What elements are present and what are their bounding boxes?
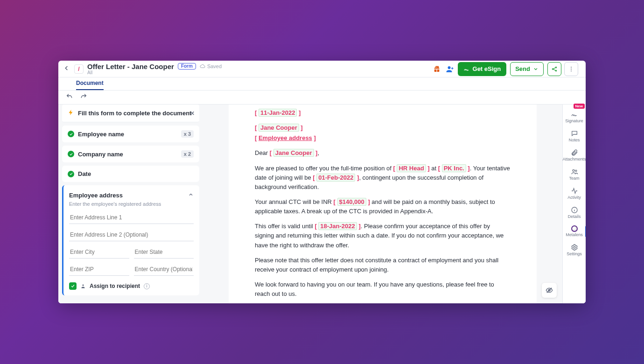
token-join-date[interactable]: 01-Feb-2022 bbox=[316, 174, 355, 182]
collapse-button[interactable] bbox=[188, 191, 194, 199]
get-esign-label: Get eSign bbox=[473, 65, 501, 72]
greeting-prefix: Dear bbox=[255, 149, 270, 156]
toolbar bbox=[58, 91, 586, 105]
rail-activity[interactable]: Activity bbox=[563, 184, 586, 203]
body-text: We are pleased to offer you the full-tim… bbox=[255, 165, 393, 172]
dots-vertical-icon bbox=[568, 66, 574, 72]
chevron-down-icon bbox=[533, 66, 539, 72]
rail-notes[interactable]: Notes bbox=[563, 126, 586, 146]
paperclip-icon bbox=[571, 149, 578, 156]
rail-attachments[interactable]: Attachments bbox=[563, 146, 586, 165]
more-menu-button[interactable] bbox=[564, 62, 578, 76]
redo-button[interactable] bbox=[80, 93, 87, 102]
rail-label: Activity bbox=[567, 195, 581, 200]
state-input[interactable] bbox=[134, 246, 194, 259]
close-banner-button[interactable]: ✕ bbox=[190, 110, 195, 117]
chat-icon bbox=[571, 130, 578, 137]
svg-point-12 bbox=[574, 246, 575, 248]
svg-point-10 bbox=[575, 170, 576, 171]
address-line2-input[interactable] bbox=[69, 229, 194, 241]
send-button[interactable]: Send bbox=[510, 62, 544, 76]
svg-point-3 bbox=[555, 70, 556, 71]
assign-row: Assign to recipient i bbox=[69, 282, 194, 290]
field-count: x 2 bbox=[181, 150, 194, 158]
title-block: Offer Letter - Jane Cooper Form Saved Al… bbox=[87, 63, 222, 75]
svg-point-5 bbox=[571, 69, 572, 70]
address-title: Employee address bbox=[69, 192, 123, 199]
rail-label: Settings bbox=[567, 252, 582, 256]
field-company-name[interactable]: Company name x 2 bbox=[62, 146, 199, 162]
back-button[interactable] bbox=[63, 64, 71, 74]
field-date[interactable]: Date bbox=[62, 166, 199, 182]
info-icon bbox=[571, 206, 578, 214]
app-window: / Offer Letter - Jane Cooper Form Saved … bbox=[58, 61, 586, 303]
assign-label: Assign to recipient bbox=[90, 283, 140, 289]
form-sidebar: Fill this form to complete the document … bbox=[58, 105, 203, 303]
body-text: at bbox=[430, 165, 438, 172]
greeting-suffix: , bbox=[317, 149, 319, 156]
form-banner: Fill this form to complete the document … bbox=[62, 105, 199, 122]
svg-point-0 bbox=[448, 66, 450, 69]
svg-point-6 bbox=[571, 70, 572, 71]
token-name-2[interactable]: Jane Cooper bbox=[273, 149, 314, 157]
app-header: / Offer Letter - Jane Cooper Form Saved … bbox=[58, 61, 586, 77]
svg-point-7 bbox=[83, 285, 84, 286]
assign-checkbox[interactable] bbox=[69, 282, 77, 290]
check-icon bbox=[68, 171, 74, 177]
token-date[interactable]: 11-Jan-2022 bbox=[259, 109, 297, 117]
body-text: Please note that this offer letter does … bbox=[255, 256, 511, 274]
team-icon bbox=[571, 168, 578, 175]
get-esign-button[interactable]: Get eSign bbox=[458, 62, 507, 76]
add-user-icon[interactable] bbox=[445, 64, 455, 74]
zip-input[interactable] bbox=[69, 263, 129, 276]
activity-icon bbox=[571, 187, 578, 195]
body-text: This offer is valid until bbox=[255, 223, 315, 230]
eye-off-icon bbox=[546, 287, 553, 294]
address-line1-input[interactable] bbox=[69, 211, 194, 224]
share-icon bbox=[551, 66, 558, 72]
token-employee-address[interactable]: Employee address bbox=[259, 134, 312, 141]
rail-label: Team bbox=[569, 176, 579, 181]
city-input[interactable] bbox=[69, 246, 129, 259]
field-label: Employee name bbox=[78, 131, 124, 138]
bolt-icon bbox=[68, 109, 74, 117]
token-valid-until[interactable]: 18-Jan-2022 bbox=[318, 222, 357, 230]
form-badge: Form bbox=[178, 63, 196, 70]
body-text: We look forward to having you on our tea… bbox=[255, 280, 511, 299]
field-label: Company name bbox=[78, 151, 123, 158]
body-text: Your annual CTC will be INR bbox=[255, 198, 334, 205]
address-subtitle: Enter the employee's registered address bbox=[69, 201, 194, 207]
breadcrumb[interactable]: All bbox=[87, 70, 222, 75]
token-role[interactable]: HR Head bbox=[397, 164, 426, 172]
banner-text: Fill this form to complete the document bbox=[78, 110, 191, 117]
token-name[interactable]: Jane Cooper bbox=[259, 124, 299, 132]
chevron-up-icon bbox=[188, 192, 194, 197]
undo-button[interactable] bbox=[66, 93, 73, 102]
rail-signature[interactable]: Signature bbox=[563, 107, 586, 126]
tab-document[interactable]: Document bbox=[76, 80, 104, 90]
rail-settings[interactable]: Settings bbox=[563, 240, 586, 259]
send-label: Send bbox=[515, 65, 530, 72]
document-viewport[interactable]: [ 11-Jan-2022 ] [ Jane Cooper ] [ Employ… bbox=[203, 105, 562, 303]
svg-point-9 bbox=[573, 169, 574, 171]
check-icon bbox=[68, 131, 74, 137]
country-input[interactable] bbox=[134, 263, 194, 276]
rail-team[interactable]: Team bbox=[563, 165, 586, 184]
rail-label: Attachments bbox=[562, 157, 586, 161]
field-employee-name[interactable]: Employee name x 3 bbox=[62, 126, 199, 142]
token-ctc[interactable]: $140,000 bbox=[337, 198, 366, 206]
preview-toggle-button[interactable] bbox=[542, 283, 557, 298]
rail-label: Notes bbox=[569, 138, 580, 142]
metalens-icon bbox=[571, 225, 578, 232]
svg-point-2 bbox=[555, 67, 556, 68]
info-icon[interactable]: i bbox=[144, 283, 150, 289]
tab-bar: Document bbox=[58, 77, 586, 91]
token-company[interactable]: PK Inc. bbox=[442, 164, 466, 172]
gift-icon[interactable] bbox=[432, 64, 442, 74]
gear-icon bbox=[571, 244, 578, 251]
rail-metalens[interactable]: Metalens bbox=[563, 222, 586, 240]
rail-details[interactable]: Details bbox=[563, 203, 586, 222]
share-button[interactable] bbox=[547, 62, 561, 76]
document-title: Offer Letter - Jane Cooper bbox=[87, 63, 174, 70]
app-body: Fill this form to complete the document … bbox=[58, 105, 586, 303]
